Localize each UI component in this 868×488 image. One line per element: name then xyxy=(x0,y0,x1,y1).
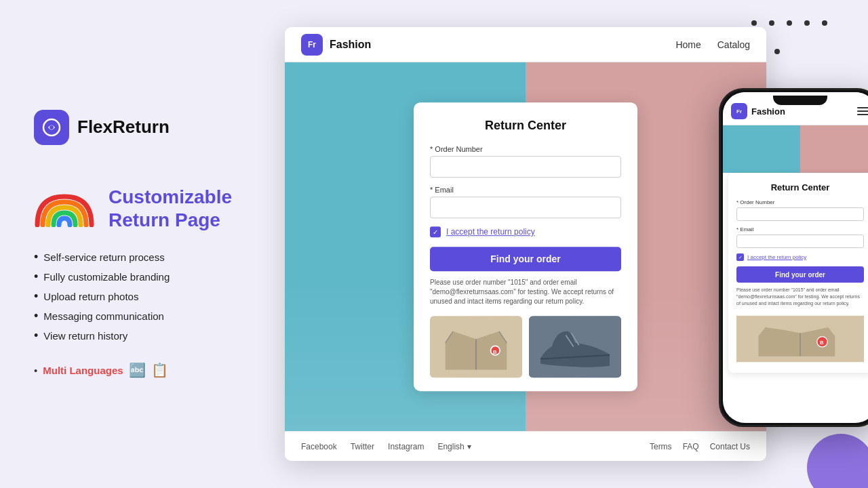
product-jacket-image: B xyxy=(430,316,522,378)
language-icon: 📋 xyxy=(151,362,168,378)
order-number-label: * Order Number xyxy=(430,145,621,153)
phone-site-name: Fashion xyxy=(751,106,785,117)
phone-brand: Fr Fashion xyxy=(731,103,785,119)
phone-order-input[interactable] xyxy=(736,207,864,221)
product-shoes-image xyxy=(529,316,621,378)
phone-find-button[interactable]: Find your order xyxy=(736,266,864,283)
browser-logo: Fr xyxy=(301,34,323,56)
policy-checkbox[interactable] xyxy=(430,226,441,237)
brand-name: FlexReturn xyxy=(77,117,170,138)
svg-text:B: B xyxy=(493,349,497,355)
headline-section: Customizable Return Page xyxy=(34,186,258,231)
terms-link[interactable]: Terms xyxy=(650,442,672,451)
phone-policy-label[interactable]: I accept the return policy xyxy=(747,254,806,260)
phone-policy-checkbox[interactable] xyxy=(736,253,744,261)
translate-icon: 🔤 xyxy=(129,362,146,378)
browser-brand: Fr Fashion xyxy=(301,34,371,56)
headline-text: Customizable Return Page xyxy=(108,186,232,231)
phone-return-card: Return Center * Order Number * Email I a… xyxy=(728,173,868,373)
feature-item: Fully customizable branding xyxy=(34,267,258,287)
policy-label[interactable]: I accept the return policy xyxy=(446,227,535,237)
brand-header: FlexReturn xyxy=(34,110,258,145)
return-card-title: Return Center xyxy=(430,119,621,133)
feature-item: Messaging communication xyxy=(34,306,258,326)
order-number-input[interactable] xyxy=(430,156,621,178)
find-order-button[interactable]: Find your order xyxy=(430,247,621,271)
svg-text:B: B xyxy=(820,340,824,346)
purple-circle-decoration xyxy=(807,434,868,488)
footer-social-links[interactable]: Facebook Twitter Instagram English ▾ xyxy=(301,442,471,451)
browser-window: Fr Fashion Home Catalog Return Center * … xyxy=(285,27,766,461)
facebook-link[interactable]: Facebook xyxy=(301,442,337,451)
instagram-link[interactable]: Instagram xyxy=(388,442,424,451)
multi-lang-row: • Multi Languages 🔤 📋 xyxy=(34,362,258,378)
contact-link[interactable]: Contact Us xyxy=(710,442,750,451)
multi-lang-label: Multi Languages xyxy=(43,365,123,376)
rainbow-icon xyxy=(34,190,95,227)
phone-email-input[interactable] xyxy=(736,235,864,248)
phone-email-label: * Email xyxy=(736,226,864,232)
browser-body: Return Center * Order Number * Email I a… xyxy=(285,62,766,431)
feature-item: View return history xyxy=(34,326,258,346)
feature-item: Self-service return process xyxy=(34,247,258,267)
phone-policy-row[interactable]: I accept the return policy xyxy=(736,253,864,261)
phone-hero xyxy=(723,125,868,173)
email-input[interactable] xyxy=(430,197,621,218)
browser-nav[interactable]: Home Catalog xyxy=(675,39,750,50)
browser-navbar: Fr Fashion Home Catalog xyxy=(285,27,766,62)
browser-site-name: Fashion xyxy=(330,39,371,51)
hamburger-menu-icon[interactable] xyxy=(857,107,868,115)
phone-mockup: Fr Fashion Return Center * Order Number … xyxy=(719,88,868,427)
phone-helper-text: Please use order number "1015" and order… xyxy=(736,287,864,306)
nav-home[interactable]: Home xyxy=(675,39,701,50)
phone-logo: Fr xyxy=(731,103,747,119)
phone-notch xyxy=(773,96,827,105)
phone-screen: Fr Fashion Return Center * Order Number … xyxy=(723,92,868,423)
right-area: Fr Fashion Home Catalog Return Center * … xyxy=(285,0,868,488)
browser-footer: Facebook Twitter Instagram English ▾ Ter… xyxy=(285,431,766,461)
email-label: * Email xyxy=(430,186,621,194)
footer-right-links[interactable]: Terms FAQ Contact Us xyxy=(650,442,750,451)
feature-item: Upload return photos xyxy=(34,287,258,306)
helper-text: Please use order number "1015" and order… xyxy=(430,278,621,306)
nav-catalog[interactable]: Catalog xyxy=(717,39,750,50)
phone-order-label: * Order Number xyxy=(736,199,864,205)
twitter-link[interactable]: Twitter xyxy=(351,442,374,451)
dots-top xyxy=(751,20,827,26)
left-panel: FlexReturn Customizable Return Page Self… xyxy=(0,83,285,405)
product-grid: B xyxy=(430,316,621,378)
phone-card-title: Return Center xyxy=(736,182,864,192)
svg-point-1 xyxy=(50,125,54,129)
faq-link[interactable]: FAQ xyxy=(683,442,699,451)
policy-checkbox-row[interactable]: I accept the return policy xyxy=(430,226,621,237)
brand-logo xyxy=(34,110,69,145)
return-center-card: Return Center * Order Number * Email I a… xyxy=(414,102,637,391)
feature-list: Self-service return process Fully custom… xyxy=(34,247,258,346)
language-selector[interactable]: English ▾ xyxy=(437,442,471,451)
phone-product-image: B xyxy=(736,312,864,366)
